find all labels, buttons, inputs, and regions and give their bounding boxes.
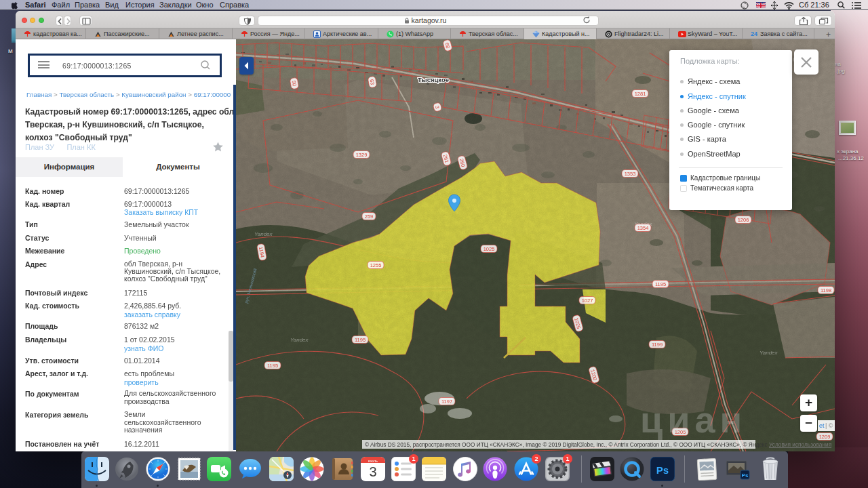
svg-text:Yandex: Yandex xyxy=(290,337,309,343)
svg-text:3: 3 xyxy=(369,464,376,479)
svg-text:50: 50 xyxy=(291,80,298,87)
svg-text:Тысяцкое: Тысяцкое xyxy=(418,76,449,83)
svg-text:1195: 1195 xyxy=(355,337,366,343)
svg-text:1025: 1025 xyxy=(484,246,495,252)
svg-text:1195: 1195 xyxy=(267,363,278,369)
svg-text:Ps: Ps xyxy=(656,464,669,476)
svg-text:1197: 1197 xyxy=(441,399,452,405)
svg-text:циан: циан xyxy=(640,399,747,440)
svg-text:63: 63 xyxy=(369,79,376,85)
svg-text:Yandex: Yandex xyxy=(254,231,273,237)
svg-text:1329: 1329 xyxy=(356,152,368,158)
svg-text:© Airbus DS 2015, распространя: © Airbus DS 2015, распространяется ООО И… xyxy=(365,441,831,448)
svg-text:1354: 1354 xyxy=(637,225,649,231)
svg-text:1199: 1199 xyxy=(652,342,663,348)
svg-text:1195: 1195 xyxy=(655,281,666,287)
svg-text:1281: 1281 xyxy=(635,91,646,97)
svg-text:1255: 1255 xyxy=(370,262,382,268)
svg-text:1027: 1027 xyxy=(582,298,593,304)
svg-text:Ps: Ps xyxy=(742,472,749,479)
svg-text:июль: июль xyxy=(368,459,378,463)
svg-text:1198: 1198 xyxy=(821,287,831,293)
svg-text:1206: 1206 xyxy=(738,217,749,223)
svg-text:1353: 1353 xyxy=(625,171,636,177)
svg-text:259: 259 xyxy=(365,214,374,220)
svg-text:1209: 1209 xyxy=(819,434,831,440)
svg-text:Yandex: Yandex xyxy=(760,350,778,356)
